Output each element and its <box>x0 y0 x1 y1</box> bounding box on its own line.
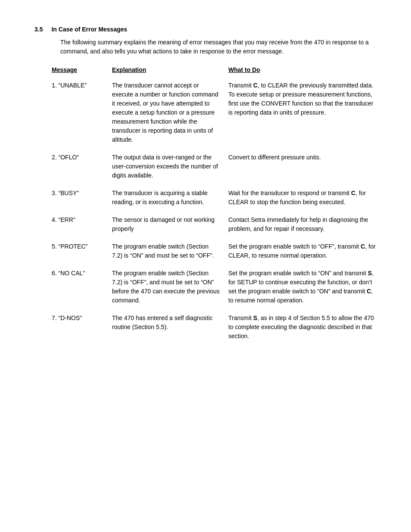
table-row: 6. “NO CAL” The program enable switch (S… <box>52 269 377 305</box>
explanation-col: The transducer cannot accept or execute … <box>112 81 228 144</box>
message-col: 3. “BUSY” <box>52 189 112 198</box>
error-table: Message Explanation What to Do 1. “UNABL… <box>52 66 377 341</box>
what-to-do-col: Transmit S, as in step 4 of Section 5.5 … <box>228 314 377 341</box>
col-header-message: Message <box>52 66 112 75</box>
table-row: 7. “D-NOS” The 470 has entered a self di… <box>52 314 377 341</box>
explanation-col: The output data is over-ranged or the us… <box>112 153 228 180</box>
what-to-do-col: Contact Setra immediately for help in di… <box>228 215 377 233</box>
explanation-col: The 470 has entered a self diagnostic ro… <box>112 314 228 332</box>
section-header: 3.5 In Case of Error Messages <box>34 26 377 33</box>
table-row: 4. “ERR” The sensor is damaged or not wo… <box>52 215 377 233</box>
table-row: 3. “BUSY” The transducer is acquiring a … <box>52 189 377 207</box>
table-row: 5. “PROTEC” The program enable switch (S… <box>52 242 377 260</box>
message-col: 1. “UNABLE” <box>52 81 112 90</box>
message-col: 6. “NO CAL” <box>52 269 112 278</box>
what-to-do-col: Wait for the transducer to respond or tr… <box>228 189 377 207</box>
message-col: 4. “ERR” <box>52 215 112 224</box>
message-col: 5. “PROTEC” <box>52 242 112 251</box>
section-intro: The following summary explains the meani… <box>60 38 377 56</box>
col-header-what-to-do: What to Do <box>228 66 377 75</box>
explanation-col: The sensor is damaged or not working pro… <box>112 215 228 233</box>
explanation-col: The program enable switch (Section 7.2) … <box>112 242 228 260</box>
col-header-explanation: Explanation <box>112 66 228 75</box>
table-row: 2. “OFLO” The output data is over-ranged… <box>52 153 377 180</box>
section-title: In Case of Error Messages <box>51 26 127 33</box>
what-to-do-col: Set the program enable switch to “ON” an… <box>228 269 377 305</box>
what-to-do-col: Convert to different pressure units. <box>228 153 377 162</box>
what-to-do-col: Transmit C, to CLEAR the previously tran… <box>228 81 377 117</box>
table-row: 1. “UNABLE” The transducer cannot accept… <box>52 81 377 144</box>
message-col: 2. “OFLO” <box>52 153 112 162</box>
message-col: 7. “D-NOS” <box>52 314 112 323</box>
explanation-col: The program enable switch (Section 7.2) … <box>112 269 228 305</box>
explanation-col: The transducer is acquiring a stable rea… <box>112 189 228 207</box>
what-to-do-col: Set the program enable switch to “OFF”, … <box>228 242 377 260</box>
table-header-row: Message Explanation What to Do <box>52 66 377 75</box>
section-number: 3.5 <box>34 26 43 33</box>
